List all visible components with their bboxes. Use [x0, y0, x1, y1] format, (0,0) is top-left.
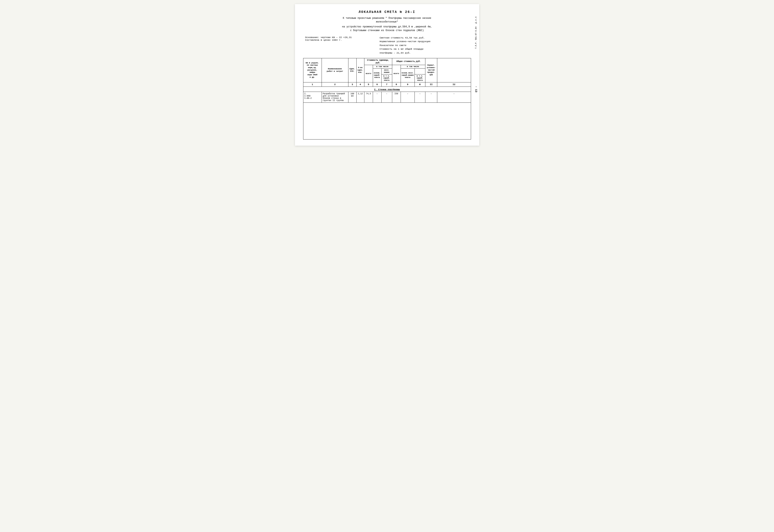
main-title: ЛОКАЛЬНАЯ СМЕТА № 26–I	[303, 10, 471, 14]
section-title-1: I. Стенки платформы	[303, 87, 471, 92]
table-header-row1: №№ № укрупн.пп сметныхнорм,ед.расценок,ш…	[303, 58, 471, 65]
row1-price-total: 74,5	[364, 92, 373, 102]
subtitle-block: К типовым проектным решениям " Платформы…	[303, 16, 471, 24]
col-header-num: №№ № укрупн.пп сметныхнорм,ед.расценок,ш…	[303, 58, 322, 82]
table-num-row: 1 2 3 4 5 6 7 8 9 Ю ІІ І2	[303, 82, 471, 87]
info-right: Сметная стоимость 43,56 тыс.руб. Нормати…	[380, 36, 469, 55]
num-2: 2	[322, 82, 348, 87]
num-10: Ю	[415, 82, 425, 87]
num-12: І2	[437, 82, 471, 87]
col-subheader-mach-detail: в т.ч.зараб.плата	[381, 74, 392, 82]
row1-name: Разработка траншей для установки блоков …	[322, 92, 348, 102]
num-1: 1	[303, 82, 322, 87]
col-header-name: Наименованиеработ и затрат	[322, 58, 348, 82]
info-left: Основание: чертежи КЖ – 22 +26,31 Состав…	[305, 36, 380, 55]
col-subheader-total2: всего	[392, 65, 401, 82]
empty-row-2	[303, 115, 471, 127]
subtitle-block2: на устройство промежуточной платформы дл…	[303, 25, 471, 32]
info-block: Основание: чертежи КЖ – 22 +26,31 Состав…	[303, 36, 471, 55]
row1-total-mach: –	[415, 92, 425, 102]
header-section: ЛОКАЛЬНАЯ СМЕТА № 26–I К типовым проектн…	[303, 10, 471, 32]
info-right-2: Нормативная условно–чистая продукция	[380, 40, 469, 43]
info-left-2: Составлена в ценах 1984 г.	[305, 39, 380, 41]
empty-row-3	[303, 127, 471, 139]
num-8: 8	[392, 82, 401, 87]
info-right-5: платформы – 21,64 руб.	[380, 51, 469, 55]
num-5: 5	[364, 82, 373, 87]
side-label-dlx: Д.л.Х	[475, 16, 477, 24]
info-left-1: Основание: чертежи КЖ – 22 +26,31	[305, 36, 380, 39]
side-text-num: - 13	[474, 86, 478, 92]
row1-total-mach-detail: –	[425, 92, 437, 102]
col-subheader-basic2: основ.эксл.зараб.машинплата	[401, 68, 415, 82]
col-subheader-mach-detail2: в т.ч.зараб.плата	[415, 74, 425, 82]
col-header-unit-cost: Стоимость единицы, руб.	[364, 58, 392, 65]
row1-price-mach: –	[381, 92, 392, 102]
num-4: 4	[356, 82, 364, 87]
subtitle-line3: на устройство промежуточной платформы дл…	[303, 25, 471, 29]
side-text-dlx: Д.л.Х	[475, 16, 478, 24]
col-header-norm: Нормат.условно-чистойпродук-ции	[425, 58, 437, 82]
info-right-1: Сметная стоимость 43,56 тыс.руб.	[380, 36, 469, 40]
table-row: I. I–960 I–80–2 Разработка траншей для у…	[303, 92, 471, 102]
num-3: 3	[348, 82, 356, 87]
info-right-4: Стоимость на 1 м2 общей площади	[380, 47, 469, 51]
col-subheader-mach2	[415, 68, 425, 74]
num-7: 7	[381, 82, 392, 87]
col-header-qty: К-воедин.изм.	[356, 58, 364, 82]
col-header-unit: Един.изм.	[348, 58, 356, 82]
side-text-ref: Т.П.Р. 501-07-5.84	[475, 27, 478, 49]
col-subheader-basic: основ.зараб.плата	[373, 68, 381, 82]
col-subheader-total: всего	[364, 65, 373, 82]
row1-total-total: I58	[392, 92, 401, 102]
page-container: Д.л.Х Т.П.Р. 501-07-5.84 - 13 ЛОКАЛЬНАЯ …	[295, 4, 479, 146]
row1-total-basic: –	[401, 92, 415, 102]
row1-qty: 2,12	[356, 92, 364, 102]
subtitle-line1: К типовым проектным решениям " Платформы…	[303, 16, 471, 20]
subtitle-line2: железобетонные"	[303, 20, 471, 24]
col-header-total-cost: Общая стоимость,руб.	[392, 58, 425, 65]
num-6: 6	[373, 82, 381, 87]
row1-num: I. I–960 I–80–2	[303, 92, 322, 102]
col-subheader-incl2: в том числе	[401, 65, 425, 68]
subtitle-line4: с бортовыми стенками из блоков стен подв…	[303, 29, 471, 32]
col-subheader-incl: в том числе	[373, 65, 392, 68]
main-table: №№ № укрупн.пп сметныхнорм,ед.расценок,ш…	[303, 58, 471, 139]
num-9: 9	[401, 82, 415, 87]
row1-price-basic: –	[373, 92, 381, 102]
row1-unit: 100 м3	[348, 92, 356, 102]
section-row-1: I. Стенки платформы	[303, 87, 471, 92]
row1-norm: –	[437, 92, 471, 102]
info-right-3: Показатели по смете	[380, 44, 469, 47]
col-subheader-mach: эксл.машин	[381, 68, 392, 74]
empty-row-1	[303, 102, 471, 115]
num-11: ІІ	[425, 82, 437, 87]
